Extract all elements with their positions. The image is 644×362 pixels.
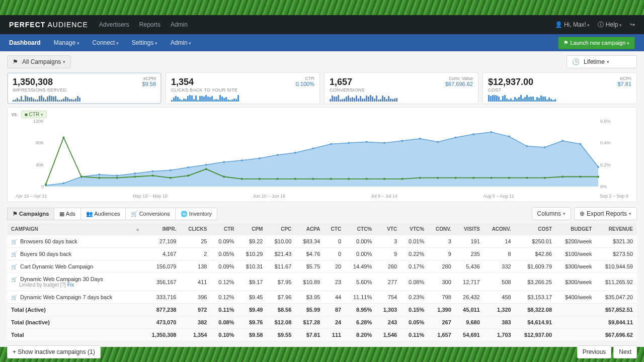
logout-icon[interactable]: ↪: [630, 21, 635, 28]
svg-point-27: [383, 142, 385, 144]
help-menu[interactable]: ⓘ Help: [598, 21, 622, 29]
svg-point-43: [98, 177, 100, 179]
svg-point-46: [152, 174, 154, 176]
topnav-reports[interactable]: Reports: [139, 21, 160, 28]
table-row[interactable]: Cart Dynamic Web Campaign156,0791380.09%…: [7, 260, 637, 273]
svg-point-63: [455, 177, 457, 179]
svg-point-38: [580, 143, 582, 145]
svg-point-11: [98, 173, 100, 175]
tab-audiences[interactable]: 👥 Audiences: [80, 208, 126, 220]
nav-settings[interactable]: Settings: [132, 39, 157, 46]
columns-button[interactable]: Columns: [532, 207, 571, 220]
svg-point-51: [241, 178, 243, 180]
table-total-row: Total1,350,3081,3540.10%$9.58$9.55$7.811…: [7, 329, 637, 341]
prev-button[interactable]: Previous: [577, 345, 612, 358]
trend-chart-card: vs. ■ CTR 040K80K120K0%0.2%0.4%0.6% Apr …: [7, 107, 637, 202]
svg-text:0.4%: 0.4%: [600, 140, 611, 145]
topnav-advertisers[interactable]: Advertisers: [99, 21, 129, 28]
svg-point-44: [116, 177, 118, 179]
svg-text:80K: 80K: [36, 140, 44, 145]
export-reports-button[interactable]: ⊕ Export Reports: [574, 207, 637, 220]
next-button[interactable]: Next: [613, 345, 637, 358]
svg-text:120K: 120K: [33, 119, 44, 124]
stat-card-0[interactable]: 1,350,308 IMPRESSIONS SERVED eCPM$9.58: [7, 72, 162, 104]
svg-point-18: [223, 161, 225, 163]
svg-point-68: [544, 177, 546, 179]
col-revenue[interactable]: REVENUE: [596, 223, 637, 235]
svg-point-64: [472, 177, 474, 179]
user-menu[interactable]: 👤 Hi, Max!: [555, 21, 590, 28]
svg-point-35: [526, 145, 528, 147]
svg-point-69: [561, 176, 564, 178]
show-inactive-button[interactable]: + Show inactive campaigns (1): [7, 345, 101, 358]
nav-connect[interactable]: Connect: [93, 39, 119, 46]
svg-point-30: [437, 141, 439, 143]
svg-text:0: 0: [41, 184, 44, 189]
svg-point-34: [508, 135, 510, 137]
topnav-admin[interactable]: Admin: [171, 21, 188, 28]
svg-point-67: [526, 177, 528, 179]
compare-metric-chip[interactable]: ■ CTR: [21, 111, 47, 118]
col-visits[interactable]: VISITS: [455, 223, 484, 235]
col-acpa[interactable]: ACPA: [295, 223, 324, 235]
svg-point-36: [544, 146, 546, 148]
campaign-name: Buyers 90 days back: [20, 251, 71, 257]
decorative-grass-top: [0, 0, 644, 15]
svg-point-54: [294, 178, 296, 180]
col-aconv[interactable]: ACONV.: [484, 223, 515, 235]
svg-point-25: [348, 142, 350, 144]
cart-icon: [11, 263, 17, 269]
svg-point-60: [401, 178, 403, 180]
svg-point-70: [580, 176, 582, 178]
svg-point-42: [80, 176, 83, 178]
stat-card-3[interactable]: $12,937.00 COST eCPA$7.81: [482, 72, 637, 104]
col-ctr[interactable]: CTR: [211, 223, 238, 235]
svg-point-71: [597, 176, 599, 178]
col-vtc[interactable]: VTC: [376, 223, 401, 235]
campaign-filter[interactable]: All Campaigns: [7, 55, 71, 68]
col-cpc[interactable]: CPC: [267, 223, 295, 235]
col-budget[interactable]: BUDGET: [556, 223, 596, 235]
svg-point-45: [134, 176, 136, 178]
col-clicks[interactable]: CLICKS: [180, 223, 211, 235]
col-campaign[interactable]: CAMPAIGN ▴: [7, 223, 143, 235]
campaign-name: Dynamic Web Campaign 7 days back: [20, 294, 112, 300]
svg-point-57: [348, 178, 350, 180]
tab-ads[interactable]: ▦ Ads: [54, 208, 80, 220]
svg-point-58: [366, 178, 368, 180]
brand-logo: PERFECT AUDIENCE: [9, 21, 88, 29]
svg-point-65: [490, 177, 492, 179]
col-impr[interactable]: IMPR.: [143, 223, 180, 235]
stat-label: CONVERSIONS: [330, 87, 473, 93]
tab-inventory[interactable]: 🌐 Inventory: [175, 208, 217, 220]
svg-point-61: [419, 177, 421, 179]
svg-point-17: [205, 164, 207, 166]
date-range-filter[interactable]: Lifetime: [567, 55, 637, 68]
stat-card-1[interactable]: 1,354 CLICKS BACK TO YOUR SITE CTR0.100%: [166, 72, 320, 104]
svg-point-15: [170, 169, 172, 171]
launch-campaign-button[interactable]: Launch new campaign: [558, 37, 635, 49]
svg-point-48: [187, 174, 189, 176]
svg-point-9: [62, 183, 64, 185]
tab-conversions[interactable]: 🛒 Conversions: [125, 208, 176, 220]
col-ctc[interactable]: CTC: [324, 223, 345, 235]
svg-point-37: [561, 140, 564, 142]
svg-point-24: [330, 143, 332, 145]
col-ctc[interactable]: CTC%: [345, 223, 376, 235]
fix-link[interactable]: Fix: [67, 282, 74, 288]
cart-icon: [11, 294, 17, 300]
col-vtc[interactable]: VTC%: [401, 223, 428, 235]
col-cost[interactable]: COST: [515, 223, 556, 235]
svg-text:40K: 40K: [36, 162, 44, 167]
table-row[interactable]: Buyers 90 days back4,16720.05%$10.29$21.…: [7, 248, 637, 260]
stat-card-2[interactable]: 1,657 CONVERSIONS Conv. Value$67,696.62: [324, 72, 478, 104]
col-cpm[interactable]: CPM: [238, 223, 267, 235]
table-row[interactable]: Browsers 60 days back27,109250.09%$9.22$…: [7, 235, 637, 248]
nav-admin[interactable]: Admin: [171, 39, 192, 46]
table-row[interactable]: Dynamic Web Campaign 30 DaysLimited by b…: [7, 273, 637, 291]
nav-dashboard[interactable]: Dashboard: [9, 39, 41, 46]
nav-manage[interactable]: Manage: [54, 39, 79, 46]
table-row[interactable]: Dynamic Web Campaign 7 days back333,7163…: [7, 291, 637, 304]
tab-campaigns[interactable]: ⚑ Campaigns: [7, 208, 54, 220]
col-conv[interactable]: CONV.: [428, 223, 455, 235]
